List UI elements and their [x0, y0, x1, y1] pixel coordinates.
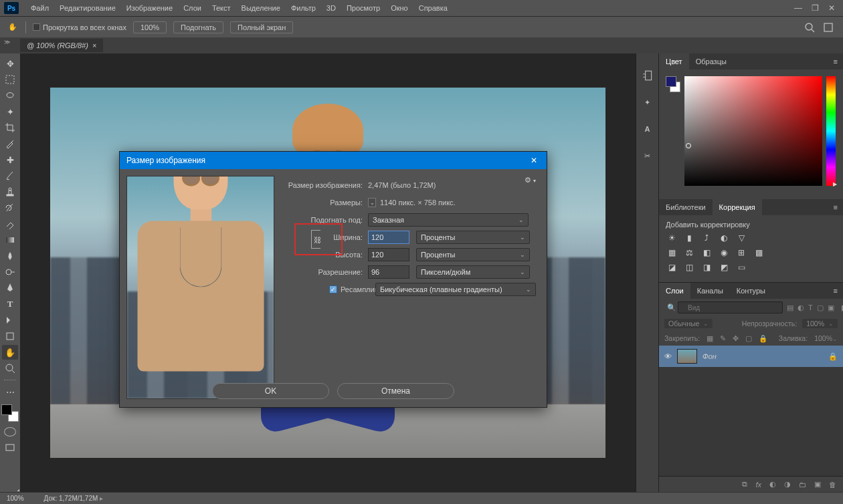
ok-button[interactable]: OK	[212, 383, 329, 399]
menu-edit[interactable]: Редактирование	[54, 4, 121, 12]
hand-tool[interactable]: ✋	[2, 345, 18, 360]
width-input[interactable]	[368, 231, 409, 244]
hand-tool-icon[interactable]: ✋	[7, 21, 19, 33]
minimize-icon[interactable]: —	[794, 3, 802, 13]
menu-window[interactable]: Окно	[385, 4, 413, 12]
resample-select[interactable]: Бикубическая (плавные градиенты)⌄	[375, 283, 536, 296]
menu-help[interactable]: Справка	[413, 4, 453, 12]
lock-pos-icon[interactable]: ✥	[733, 334, 739, 342]
vibrance-icon[interactable]: ▽	[735, 233, 747, 243]
menu-filter[interactable]: Фильтр	[286, 4, 321, 12]
filter-adj-icon[interactable]: ◐	[798, 303, 804, 312]
panel-menu-icon-3[interactable]: ≡	[828, 287, 843, 295]
history-brush-tool[interactable]	[2, 201, 18, 215]
eraser-tool[interactable]	[2, 217, 18, 231]
lasso-tool[interactable]	[2, 88, 18, 103]
lock-pixels-icon[interactable]: ▦	[707, 334, 713, 342]
filter-smart-icon[interactable]: ▣	[828, 303, 834, 312]
gradient-map-icon[interactable]: ▭	[735, 262, 747, 273]
panel-menu-icon-2[interactable]: ≡	[828, 203, 843, 211]
resample-checkbox[interactable]: ✓	[329, 285, 337, 293]
menu-view[interactable]: Просмотр	[341, 4, 385, 12]
eyedropper-tool[interactable]	[2, 136, 18, 151]
curves-icon[interactable]: ⤴	[700, 233, 713, 243]
filter-shape-icon[interactable]: ▢	[817, 303, 824, 312]
delete-icon[interactable]: 🗑	[829, 481, 836, 489]
visibility-icon[interactable]: 👁	[664, 352, 672, 360]
brushes-panel-icon[interactable]: ✦	[642, 96, 654, 108]
width-unit-select[interactable]: Проценты⌄	[416, 231, 530, 244]
edit-toolbar-icon[interactable]: ⋯	[2, 384, 18, 399]
lock-brush-icon[interactable]: ✎	[720, 334, 726, 342]
height-unit-select[interactable]: Проценты⌄	[416, 248, 530, 261]
mixer-icon[interactable]: ⊞	[735, 247, 747, 258]
move-tool[interactable]: ✥	[2, 56, 18, 71]
search-icon[interactable]	[804, 22, 815, 33]
status-zoom[interactable]: 100%	[7, 495, 24, 502]
dodge-tool[interactable]	[2, 265, 18, 279]
filter-image-icon[interactable]: ▤	[787, 303, 793, 312]
fill-input[interactable]: 100%⌄	[814, 334, 838, 342]
maximize-icon[interactable]: ❐	[812, 3, 819, 13]
new-layer-icon[interactable]: ▣	[814, 480, 821, 489]
menu-image[interactable]: Изображение	[121, 4, 178, 12]
scroll-all-checkbox[interactable]: Прокрутка во всех окнах	[33, 23, 126, 31]
shape-tool[interactable]	[2, 329, 18, 344]
bw-icon[interactable]: ◧	[700, 247, 713, 258]
group-icon[interactable]: 🗀	[799, 481, 806, 489]
dimensions-unit-dropdown[interactable]: ⌄	[368, 198, 376, 207]
wand-tool[interactable]: ✦	[2, 104, 18, 119]
threshold-icon[interactable]: ◨	[700, 262, 713, 273]
fit-button[interactable]: Подогнать	[173, 21, 223, 33]
dialog-gear-icon[interactable]: ⚙ ▾	[525, 176, 536, 184]
layer-thumbnail[interactable]	[677, 349, 697, 364]
color-swatch[interactable]	[1, 404, 19, 422]
heal-tool[interactable]: ✚	[2, 152, 18, 167]
exposure-icon[interactable]: ◐	[718, 233, 730, 243]
blur-tool[interactable]	[2, 249, 18, 263]
close-tab-icon[interactable]: ×	[92, 41, 96, 49]
close-window-icon[interactable]: ✕	[828, 3, 835, 13]
character-panel-icon[interactable]: A	[642, 123, 654, 135]
doc-arrange-icon[interactable]: ≫	[4, 39, 10, 45]
layer-name-label[interactable]: Фон	[702, 352, 717, 360]
lock-artboard-icon[interactable]: ▢	[745, 334, 752, 342]
hue-slider[interactable]	[826, 76, 836, 186]
height-input[interactable]	[368, 248, 409, 261]
dialog-titlebar[interactable]: Размер изображения ✕	[120, 152, 547, 169]
menu-layers[interactable]: Слои	[178, 4, 207, 12]
tab-color[interactable]: Цвет	[659, 53, 689, 70]
history-panel-icon[interactable]	[642, 70, 654, 82]
fx-icon[interactable]: fx	[755, 481, 761, 489]
constrain-proportions-toggle[interactable]: ⛓	[311, 227, 326, 252]
balance-icon[interactable]: ⚖	[683, 247, 695, 258]
blend-mode-select[interactable]: Обычные⌄	[664, 319, 713, 328]
menu-3d[interactable]: 3D	[321, 4, 341, 12]
selective-icon[interactable]: ◩	[718, 262, 730, 273]
document-tab[interactable]: @ 100% (RGB/8#) ×	[20, 39, 103, 52]
link-layers-icon[interactable]: ⧉	[742, 480, 747, 489]
brightness-icon[interactable]: ☀	[666, 233, 678, 243]
posterize-icon[interactable]: ◫	[683, 262, 695, 273]
menu-select[interactable]: Выделение	[236, 4, 286, 12]
fg-bg-swatch[interactable]	[666, 76, 680, 92]
levels-icon[interactable]: ▮	[683, 233, 695, 243]
hue-icon[interactable]: ▦	[666, 247, 678, 258]
opacity-input[interactable]: 100%⌄	[802, 319, 838, 328]
color-field[interactable]	[684, 76, 822, 186]
quick-mask-icon[interactable]	[4, 427, 16, 436]
type-tool[interactable]: T	[2, 297, 18, 311]
path-tool[interactable]	[2, 313, 18, 328]
status-doc-size[interactable]: Док: 1,72M/1,72M ▸	[44, 495, 104, 502]
tools-panel-icon[interactable]: ✂	[642, 150, 654, 162]
layer-filter-input[interactable]	[678, 301, 783, 313]
new-adj-icon[interactable]: ◑	[784, 480, 791, 489]
stamp-tool[interactable]	[2, 184, 18, 199]
frame-icon[interactable]	[823, 22, 834, 33]
brush-tool[interactable]	[2, 168, 18, 183]
photo-filter-icon[interactable]: ◉	[718, 247, 730, 258]
menu-file[interactable]: Файл	[25, 4, 54, 12]
tab-layers[interactable]: Слои	[659, 283, 690, 299]
lock-all-icon[interactable]: 🔒	[759, 334, 767, 343]
layer-row[interactable]: 👁 Фон 🔒	[659, 346, 843, 367]
